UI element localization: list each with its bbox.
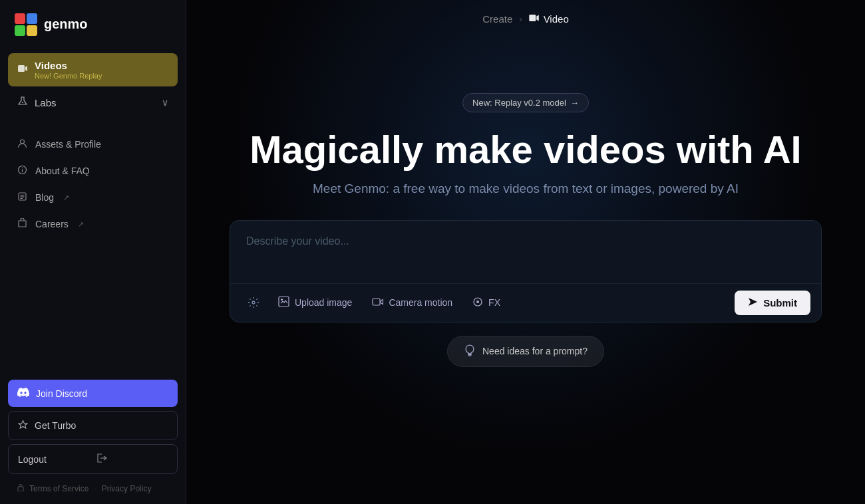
external-link-icon: ↗ xyxy=(63,193,69,202)
videos-sublabel: New! Genmo Replay xyxy=(35,72,102,80)
prompt-ideas-button[interactable]: Need ideas for a prompt? xyxy=(447,336,604,367)
svg-point-9 xyxy=(22,168,23,169)
svg-point-6 xyxy=(21,140,25,144)
sidebar-middle-links: Assets & Profile About & FAQ Blog ↗ Care… xyxy=(0,121,186,374)
labs-label: Labs xyxy=(35,97,155,108)
svg-point-21 xyxy=(476,301,479,303)
videos-nav-text: Videos New! Genmo Replay xyxy=(35,60,102,80)
logo-text: genmo xyxy=(44,17,88,32)
svg-rect-14 xyxy=(18,487,23,491)
svg-rect-17 xyxy=(279,297,289,307)
blog-icon xyxy=(17,191,27,203)
video-cam-icon xyxy=(529,13,540,25)
labs-icon xyxy=(17,96,28,109)
prompt-toolbar: Upload image Camera motion FX xyxy=(230,283,821,322)
svg-rect-2 xyxy=(15,25,25,36)
logout-icon xyxy=(96,453,168,465)
privacy-link[interactable]: Privacy Policy xyxy=(102,484,152,493)
logout-label: Logout xyxy=(18,454,90,465)
fx-label: FX xyxy=(488,297,500,308)
discord-icon xyxy=(17,388,29,399)
blog-label: Blog xyxy=(35,192,54,203)
fx-button[interactable]: FX xyxy=(464,291,508,315)
svg-rect-0 xyxy=(15,13,25,24)
lock-icon xyxy=(17,483,24,493)
terms-link[interactable]: Terms of Service xyxy=(29,484,88,493)
person-icon xyxy=(17,138,27,150)
prompt-container: Upload image Camera motion FX xyxy=(230,220,822,322)
main-content: Create › Video New: Replay v0.2 model → … xyxy=(186,0,865,504)
chevron-down-icon: ∨ xyxy=(162,97,168,108)
get-turbo-button[interactable]: Get Turbo xyxy=(8,411,178,440)
upload-image-label: Upload image xyxy=(295,297,352,308)
hero-section: New: Replay v0.2 model → Magically make … xyxy=(186,93,865,367)
about-faq-label: About & FAQ xyxy=(35,166,90,176)
sidebar-item-about-faq[interactable]: About & FAQ xyxy=(8,158,178,184)
prompt-input[interactable] xyxy=(230,221,821,281)
hero-subtitle: Meet Genmo: a free way to make videos fr… xyxy=(313,182,739,196)
breadcrumb-create: Create xyxy=(482,13,512,25)
sidebar: genmo Videos New! Genmo Replay Labs ∨ xyxy=(0,0,186,504)
svg-rect-19 xyxy=(373,299,380,305)
join-discord-label: Join Discord xyxy=(36,388,87,399)
careers-label: Careers xyxy=(35,219,69,229)
nav-section: Videos New! Genmo Replay Labs ∨ xyxy=(0,48,186,121)
svg-point-18 xyxy=(281,299,283,301)
replay-badge[interactable]: New: Replay v0.2 model → xyxy=(462,93,589,112)
svg-rect-1 xyxy=(27,13,37,24)
camera-motion-label: Camera motion xyxy=(389,297,452,308)
nav-item-labs[interactable]: Labs ∨ xyxy=(8,89,178,116)
svg-rect-15 xyxy=(530,15,536,21)
genmo-logo xyxy=(13,12,37,36)
nav-item-videos[interactable]: Videos New! Genmo Replay xyxy=(8,53,178,86)
camera-icon xyxy=(372,297,383,309)
svg-rect-4 xyxy=(18,65,25,72)
get-turbo-label: Get Turbo xyxy=(35,420,76,431)
settings-icon-button[interactable] xyxy=(241,291,266,314)
sidebar-item-blog[interactable]: Blog ↗ xyxy=(8,185,178,210)
sidebar-bottom: Join Discord Get Turbo Logout Terms of S… xyxy=(0,374,186,504)
svg-rect-23 xyxy=(468,355,471,356)
badge-text: New: Replay v0.2 model xyxy=(472,98,566,108)
external-link-icon-careers: ↗ xyxy=(78,220,84,229)
sidebar-item-assets-profile[interactable]: Assets & Profile xyxy=(8,132,178,157)
badge-arrow-icon: → xyxy=(570,98,579,108)
video-icon xyxy=(17,63,28,76)
breadcrumb: Create › Video xyxy=(482,13,568,25)
svg-rect-22 xyxy=(468,354,472,355)
camera-motion-button[interactable]: Camera motion xyxy=(364,292,460,314)
submit-label: Submit xyxy=(763,297,797,309)
fx-icon xyxy=(472,297,483,309)
logout-button[interactable]: Logout xyxy=(8,444,178,474)
videos-label: Videos xyxy=(35,60,102,71)
ideas-label: Need ideas for a prompt? xyxy=(482,346,588,356)
breadcrumb-separator: › xyxy=(519,14,522,24)
upload-image-button[interactable]: Upload image xyxy=(270,291,360,315)
sidebar-item-careers[interactable]: Careers ↗ xyxy=(8,211,178,237)
join-discord-button[interactable]: Join Discord xyxy=(8,380,178,407)
svg-rect-3 xyxy=(27,25,37,36)
careers-icon xyxy=(17,218,27,230)
svg-point-16 xyxy=(252,301,255,304)
hero-title: Magically make videos with AI xyxy=(250,128,801,171)
footer-links: Terms of Service · Privacy Policy xyxy=(8,478,178,499)
logo-area: genmo xyxy=(0,0,186,48)
info-icon xyxy=(17,165,27,177)
submit-button[interactable]: Submit xyxy=(735,291,810,315)
turbo-icon xyxy=(18,420,28,432)
upload-icon xyxy=(278,296,289,309)
assets-profile-label: Assets & Profile xyxy=(35,139,101,150)
svg-point-5 xyxy=(22,102,23,103)
breadcrumb-video: Video xyxy=(529,13,569,25)
ideas-icon xyxy=(464,344,476,358)
send-icon xyxy=(748,297,758,309)
